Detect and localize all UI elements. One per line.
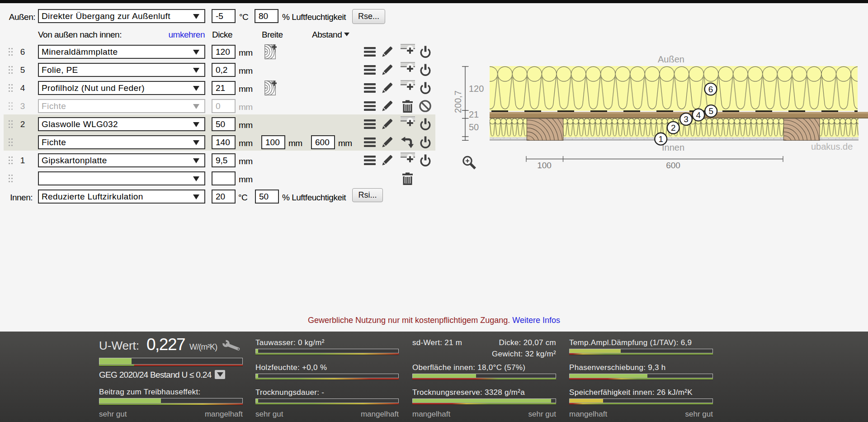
svg-text:5: 5 bbox=[708, 106, 713, 116]
svg-text:6: 6 bbox=[708, 85, 713, 94]
svg-text:2: 2 bbox=[671, 123, 676, 133]
svg-text:1: 1 bbox=[658, 134, 663, 144]
svg-text:ubakus.de: ubakus.de bbox=[811, 142, 853, 152]
svg-text:100: 100 bbox=[537, 161, 552, 170]
svg-text:50: 50 bbox=[469, 122, 479, 132]
svg-text:Innen: Innen bbox=[662, 142, 684, 152]
svg-text:200,7: 200,7 bbox=[453, 90, 463, 113]
svg-text:120: 120 bbox=[469, 84, 484, 94]
svg-text:Außen: Außen bbox=[658, 54, 684, 64]
svg-text:21: 21 bbox=[469, 109, 479, 119]
svg-text:4: 4 bbox=[696, 110, 701, 120]
svg-text:3: 3 bbox=[684, 114, 689, 124]
svg-text:600: 600 bbox=[666, 161, 680, 170]
